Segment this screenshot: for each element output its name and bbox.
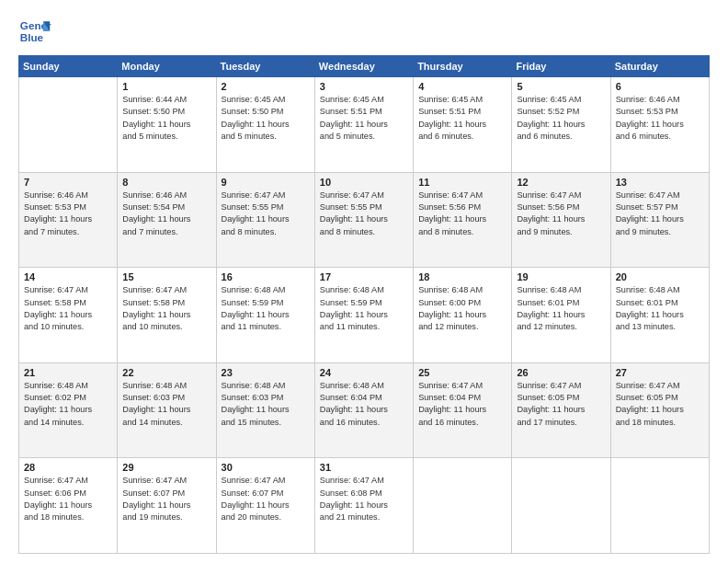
day-number: 14 <box>24 271 112 282</box>
calendar-cell <box>19 77 118 173</box>
day-number: 1 <box>122 81 210 92</box>
weekday-header-row: SundayMondayTuesdayWednesdayThursdayFrid… <box>19 56 710 77</box>
calendar-cell: 26Sunrise: 6:47 AM Sunset: 6:05 PM Dayli… <box>512 362 610 458</box>
day-info: Sunrise: 6:45 AM Sunset: 5:50 PM Dayligh… <box>222 94 310 143</box>
day-info: Sunrise: 6:47 AM Sunset: 6:07 PM Dayligh… <box>122 475 210 523</box>
day-number: 9 <box>222 177 310 188</box>
day-info: Sunrise: 6:47 AM Sunset: 6:08 PM Dayligh… <box>320 475 408 523</box>
day-number: 16 <box>222 271 310 282</box>
day-info: Sunrise: 6:48 AM Sunset: 6:03 PM Dayligh… <box>122 380 210 429</box>
day-number: 13 <box>616 177 704 188</box>
calendar-cell: 24Sunrise: 6:48 AM Sunset: 6:04 PM Dayli… <box>314 362 413 458</box>
logo-icon: General Blue <box>18 15 51 48</box>
day-info: Sunrise: 6:48 AM Sunset: 5:59 PM Dayligh… <box>320 284 408 333</box>
day-info: Sunrise: 6:47 AM Sunset: 5:56 PM Dayligh… <box>418 190 506 238</box>
day-info: Sunrise: 6:44 AM Sunset: 5:50 PM Dayligh… <box>122 94 210 143</box>
calendar-cell: 5Sunrise: 6:45 AM Sunset: 5:52 PM Daylig… <box>512 77 610 173</box>
calendar-cell: 7Sunrise: 6:46 AM Sunset: 5:53 PM Daylig… <box>19 172 118 268</box>
calendar-cell <box>610 458 709 554</box>
day-number: 5 <box>517 81 605 92</box>
calendar-cell: 28Sunrise: 6:47 AM Sunset: 6:06 PM Dayli… <box>19 458 118 554</box>
header: General Blue <box>18 15 710 48</box>
day-info: Sunrise: 6:45 AM Sunset: 5:52 PM Dayligh… <box>517 94 605 143</box>
day-number: 19 <box>517 271 605 282</box>
day-info: Sunrise: 6:47 AM Sunset: 6:06 PM Dayligh… <box>24 475 112 523</box>
calendar-cell: 16Sunrise: 6:48 AM Sunset: 5:59 PM Dayli… <box>216 268 314 363</box>
day-number: 17 <box>320 271 408 282</box>
calendar-cell: 21Sunrise: 6:48 AM Sunset: 6:02 PM Dayli… <box>19 362 118 458</box>
day-info: Sunrise: 6:46 AM Sunset: 5:53 PM Dayligh… <box>24 190 112 238</box>
svg-text:Blue: Blue <box>20 31 44 43</box>
day-info: Sunrise: 6:47 AM Sunset: 5:58 PM Dayligh… <box>24 284 112 333</box>
week-row-4: 21Sunrise: 6:48 AM Sunset: 6:02 PM Dayli… <box>19 362 710 458</box>
calendar-cell: 25Sunrise: 6:47 AM Sunset: 6:04 PM Dayli… <box>414 362 512 458</box>
day-info: Sunrise: 6:47 AM Sunset: 5:56 PM Dayligh… <box>517 190 605 238</box>
calendar-cell: 10Sunrise: 6:47 AM Sunset: 5:55 PM Dayli… <box>314 172 413 268</box>
day-number: 10 <box>320 177 408 188</box>
weekday-saturday: Saturday <box>610 56 709 77</box>
calendar-cell: 29Sunrise: 6:47 AM Sunset: 6:07 PM Dayli… <box>118 458 216 554</box>
calendar-body: 1Sunrise: 6:44 AM Sunset: 5:50 PM Daylig… <box>19 77 710 554</box>
calendar-cell: 30Sunrise: 6:47 AM Sunset: 6:07 PM Dayli… <box>216 458 314 554</box>
day-number: 4 <box>418 81 506 92</box>
calendar-cell: 22Sunrise: 6:48 AM Sunset: 6:03 PM Dayli… <box>118 362 216 458</box>
day-info: Sunrise: 6:48 AM Sunset: 6:01 PM Dayligh… <box>616 284 704 333</box>
weekday-monday: Monday <box>118 56 216 77</box>
calendar-cell: 27Sunrise: 6:47 AM Sunset: 6:05 PM Dayli… <box>610 362 709 458</box>
calendar-cell: 3Sunrise: 6:45 AM Sunset: 5:51 PM Daylig… <box>314 77 413 173</box>
calendar-cell: 19Sunrise: 6:48 AM Sunset: 6:01 PM Dayli… <box>512 268 610 363</box>
day-info: Sunrise: 6:45 AM Sunset: 5:51 PM Dayligh… <box>418 94 506 143</box>
day-info: Sunrise: 6:47 AM Sunset: 5:58 PM Dayligh… <box>122 284 210 333</box>
calendar-cell: 23Sunrise: 6:48 AM Sunset: 6:03 PM Dayli… <box>216 362 314 458</box>
day-info: Sunrise: 6:47 AM Sunset: 6:05 PM Dayligh… <box>517 380 605 429</box>
day-info: Sunrise: 6:47 AM Sunset: 5:55 PM Dayligh… <box>320 190 408 238</box>
calendar-cell: 31Sunrise: 6:47 AM Sunset: 6:08 PM Dayli… <box>314 458 413 554</box>
day-info: Sunrise: 6:48 AM Sunset: 6:03 PM Dayligh… <box>222 380 310 429</box>
weekday-tuesday: Tuesday <box>216 56 314 77</box>
weekday-sunday: Sunday <box>19 56 118 77</box>
day-number: 7 <box>24 177 112 188</box>
calendar-cell: 11Sunrise: 6:47 AM Sunset: 5:56 PM Dayli… <box>414 172 512 268</box>
calendar-cell: 1Sunrise: 6:44 AM Sunset: 5:50 PM Daylig… <box>118 77 216 173</box>
calendar-cell: 18Sunrise: 6:48 AM Sunset: 6:00 PM Dayli… <box>414 268 512 363</box>
day-number: 26 <box>517 367 605 378</box>
day-info: Sunrise: 6:47 AM Sunset: 6:07 PM Dayligh… <box>222 475 310 523</box>
day-number: 21 <box>24 367 112 378</box>
calendar-cell: 13Sunrise: 6:47 AM Sunset: 5:57 PM Dayli… <box>610 172 709 268</box>
calendar-cell <box>414 458 512 554</box>
day-info: Sunrise: 6:47 AM Sunset: 5:57 PM Dayligh… <box>616 190 704 238</box>
day-number: 3 <box>320 81 408 92</box>
calendar-cell: 6Sunrise: 6:46 AM Sunset: 5:53 PM Daylig… <box>610 77 709 173</box>
weekday-thursday: Thursday <box>414 56 512 77</box>
day-number: 18 <box>418 271 506 282</box>
day-info: Sunrise: 6:47 AM Sunset: 6:04 PM Dayligh… <box>418 380 506 429</box>
day-number: 15 <box>122 271 210 282</box>
week-row-5: 28Sunrise: 6:47 AM Sunset: 6:06 PM Dayli… <box>19 458 710 554</box>
page: General Blue SundayMondayTuesdayWednesda… <box>0 0 728 563</box>
day-number: 28 <box>24 462 112 473</box>
day-number: 12 <box>517 177 605 188</box>
day-info: Sunrise: 6:46 AM Sunset: 5:54 PM Dayligh… <box>122 190 210 238</box>
day-number: 2 <box>222 81 310 92</box>
day-info: Sunrise: 6:47 AM Sunset: 5:55 PM Dayligh… <box>222 190 310 238</box>
calendar-cell: 15Sunrise: 6:47 AM Sunset: 5:58 PM Dayli… <box>118 268 216 363</box>
day-number: 23 <box>222 367 310 378</box>
day-info: Sunrise: 6:48 AM Sunset: 6:04 PM Dayligh… <box>320 380 408 429</box>
day-number: 27 <box>616 367 704 378</box>
calendar-cell: 20Sunrise: 6:48 AM Sunset: 6:01 PM Dayli… <box>610 268 709 363</box>
day-info: Sunrise: 6:46 AM Sunset: 5:53 PM Dayligh… <box>616 94 704 143</box>
calendar-table: SundayMondayTuesdayWednesdayThursdayFrid… <box>18 55 710 554</box>
calendar-cell: 9Sunrise: 6:47 AM Sunset: 5:55 PM Daylig… <box>216 172 314 268</box>
week-row-2: 7Sunrise: 6:46 AM Sunset: 5:53 PM Daylig… <box>19 172 710 268</box>
calendar-cell: 17Sunrise: 6:48 AM Sunset: 5:59 PM Dayli… <box>314 268 413 363</box>
day-number: 20 <box>616 271 704 282</box>
day-number: 25 <box>418 367 506 378</box>
day-number: 8 <box>122 177 210 188</box>
logo: General Blue <box>18 15 51 48</box>
day-number: 29 <box>122 462 210 473</box>
calendar-cell: 8Sunrise: 6:46 AM Sunset: 5:54 PM Daylig… <box>118 172 216 268</box>
day-info: Sunrise: 6:48 AM Sunset: 6:01 PM Dayligh… <box>517 284 605 333</box>
calendar-cell <box>512 458 610 554</box>
day-info: Sunrise: 6:48 AM Sunset: 6:00 PM Dayligh… <box>418 284 506 333</box>
day-info: Sunrise: 6:45 AM Sunset: 5:51 PM Dayligh… <box>320 94 408 143</box>
